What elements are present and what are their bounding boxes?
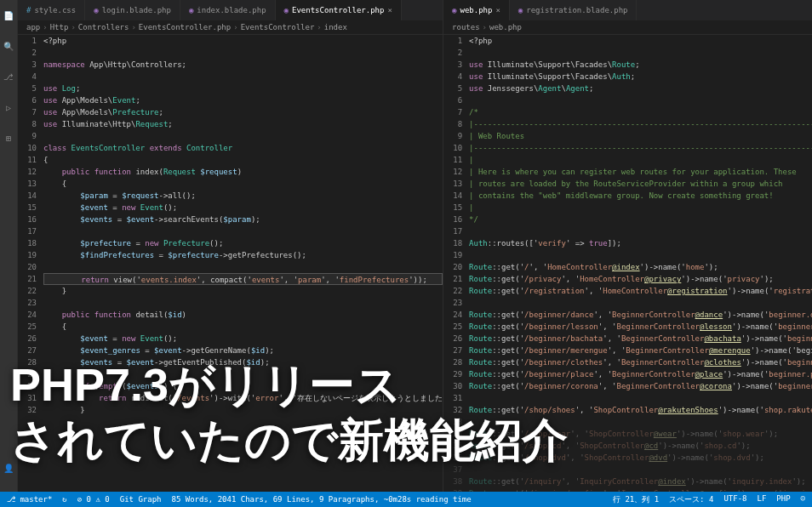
editor-tab[interactable]: ◉index.blade.php [180, 0, 276, 20]
indentation[interactable]: スペース: 4 [669, 494, 713, 505]
sync-icon[interactable]: ↻ [62, 495, 66, 504]
search-icon[interactable]: 🔍 [0, 37, 17, 54]
breadcrumb-right[interactable]: routes›web.php [443, 20, 812, 35]
editor-tab[interactable]: ◉registration.blade.php [510, 0, 638, 20]
editor-tab[interactable]: #style.css [18, 0, 85, 20]
language-mode[interactable]: PHP [776, 494, 790, 505]
gutter-right: 1234567891011121314151617181920212223242… [443, 35, 469, 507]
breadcrumb-left[interactable]: app›Http›Controllers›EventsController.ph… [18, 20, 443, 35]
extensions-icon[interactable]: ⊞ [0, 129, 17, 146]
editor-tab[interactable]: ◉EventsController.php× [276, 0, 402, 20]
explorer-icon[interactable]: 📄 [0, 7, 17, 24]
tabs-right: ◉web.php×◉registration.blade.php⊞⋯ [443, 0, 812, 20]
feedback-icon[interactable]: ☺ [801, 494, 805, 505]
encoding[interactable]: UTF-8 [723, 494, 746, 505]
code-left[interactable]: <?phpnamespace App\Http\Controllers;use … [43, 35, 443, 507]
status-bar: ⎇ master* ↻ ⊘ 0 ⚠ 0 Git Graph 85 Words, … [0, 492, 812, 507]
editor-pane-right: ◉web.php×◉registration.blade.php⊞⋯ route… [443, 0, 812, 507]
problems-indicator[interactable]: ⊘ 0 ⚠ 0 [77, 495, 110, 504]
code-right[interactable]: <?phpuse Illuminate\Support\Facades\Rout… [469, 35, 812, 507]
scm-icon[interactable]: ⎇ [0, 68, 17, 85]
close-icon[interactable]: × [387, 6, 392, 14]
activity-bar: 📄 🔍 ⎇ ▷ ⊞ 👤 ⚙ [0, 0, 17, 507]
eol[interactable]: LF [757, 494, 766, 505]
branch-indicator[interactable]: ⎇ master* [7, 495, 52, 504]
editor-pane-left: #style.css◉login.blade.php◉index.blade.p… [17, 0, 443, 507]
debug-icon[interactable]: ▷ [0, 99, 17, 116]
close-icon[interactable]: × [495, 6, 500, 14]
doc-stats: 85 Words, 2041 Chars, 69 Lines, 9 Paragr… [172, 495, 472, 504]
account-icon[interactable]: 👤 [0, 459, 17, 476]
editor-tab[interactable]: ◉login.blade.php [85, 0, 180, 20]
cursor-position[interactable]: 行 21、列 1 [613, 494, 659, 505]
git-graph-button[interactable]: Git Graph [120, 495, 162, 504]
editor-tab[interactable]: ◉web.php× [443, 0, 510, 20]
gutter-left: 1234567891011121314151617181920212223242… [18, 35, 43, 507]
tabs-left: #style.css◉login.blade.php◉index.blade.p… [18, 0, 443, 20]
